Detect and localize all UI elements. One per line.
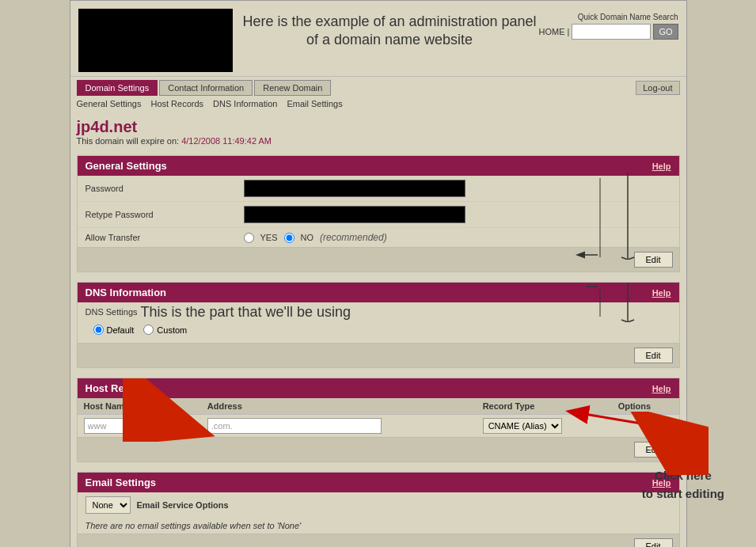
expiry-date-link[interactable]: 4/12/2008 11:49:42 AM [181,136,272,146]
host-name-input[interactable] [84,418,155,434]
general-settings-body: Password Retype Password Allow Transfer … [78,176,679,247]
transfer-options: YES NO (recommended) [244,232,387,243]
email-settings-section: Email Settings Help None Email Service O… [77,472,680,547]
domain-info: jp4d.net This domain will expire on: 4/1… [70,112,686,155]
home-link[interactable]: HOME [539,27,565,36]
email-options-label: Email Service Options [137,500,229,510]
retype-label: Retype Password [85,210,244,219]
logo [78,9,233,72]
nav-tabs-left: Domain Settings Contact Information Rene… [77,80,332,96]
email-settings-body: None Email Service Options There are no … [78,492,679,534]
host-records-title: Host Records [85,382,153,394]
header-right: Quick Domain Name Search HOME | GO [539,9,678,40]
address-input[interactable] [207,418,382,434]
transfer-no-label: NO [301,233,314,242]
dns-default-label: Default [107,325,135,335]
transfer-no-radio[interactable] [284,233,294,243]
host-records-section: Host Records Help Host Name Address Reco… [77,378,680,462]
address-cell [201,415,477,438]
tab-contact-information[interactable]: Contact Information [159,80,253,96]
email-settings-edit-button[interactable]: Edit [634,538,673,547]
quick-search-row: HOME | GO [539,24,678,40]
dns-default-option: Default [93,325,135,335]
tab-domain-settings[interactable]: Domain Settings [77,80,158,96]
general-settings-section: General Settings Help Password Retype Pa… [77,155,680,272]
domain-name: jp4d.net [77,118,680,136]
header: Here is the example of an administration… [70,1,686,76]
dns-body: DNS Settings This is the part that we'll… [78,302,679,343]
domain-expiry: This domain will expire on: 4/12/2008 11… [77,136,680,146]
email-settings-footer: Edit [78,534,679,547]
dns-information-section: DNS Information Help DNS Settings This i… [77,282,680,368]
dns-options: Default Custom [85,321,671,339]
retype-password-field [244,206,465,223]
allow-transfer-row: Allow Transfer YES NO (recommended) [78,228,679,247]
header-title: Here is the example of an administration… [241,13,539,50]
allow-transfer-label: Allow Transfer [85,233,244,242]
nav-tabs: Domain Settings Contact Information Rene… [70,76,686,96]
dns-title: DNS Information [85,287,167,298]
email-settings-header: Email Settings Help [78,473,679,492]
general-settings-help[interactable]: Help [652,161,671,171]
email-note: There are no email settings available wh… [78,518,679,534]
host-name-cell [78,415,201,438]
general-settings-edit-button[interactable]: Edit [634,252,673,268]
transfer-yes-label: YES [260,233,278,242]
dns-settings-label: DNS Settings [85,307,138,317]
col-address: Address [201,398,477,415]
dns-default-radio[interactable] [93,325,104,335]
sub-nav-host-records[interactable]: Host Records [150,99,203,108]
options-cell [612,415,679,438]
col-record-type: Record Type [477,398,612,415]
email-service-select[interactable]: None [85,496,131,514]
dns-edit-button[interactable]: Edit [634,348,673,363]
dns-help[interactable]: Help [652,288,671,298]
go-button[interactable]: GO [653,24,678,40]
record-type-cell: CNAME (Alias) [477,415,612,438]
search-input[interactable] [572,24,651,40]
table-row: CNAME (Alias) [78,415,679,438]
click-here-callout: Click here to start editing [642,467,724,503]
logout-link[interactable]: Log-out [636,81,679,95]
password-label: Password [85,184,244,193]
header-text: Here is the example of an administration… [233,9,539,50]
dns-custom-radio[interactable] [143,325,154,335]
dns-footer: Edit [78,343,679,367]
record-type-select[interactable]: CNAME (Alias) [483,418,562,434]
dns-custom-option: Custom [143,325,187,335]
general-settings-header: General Settings Help [78,156,679,176]
dns-settings-row: DNS Settings This is the part that we'll… [78,302,679,343]
email-select-row: None Email Service Options [78,492,679,518]
col-host-name: Host Name [78,398,201,415]
host-records-body: Host Name Address Record Type Options [78,398,679,437]
transfer-note: (recommended) [320,232,387,243]
host-records-help[interactable]: Help [652,384,671,393]
sub-nav-dns-info[interactable]: DNS Information [213,99,277,108]
retype-password-row: Retype Password [78,202,679,228]
general-settings-footer: Edit [78,247,679,272]
host-records-edit-button[interactable]: Edit [634,442,673,458]
dns-annotation: This is the part that we'll be using [141,304,351,321]
host-records-header: Host Records Help [78,378,679,398]
general-settings-title: General Settings [85,160,167,172]
sub-nav: General Settings Host Records DNS Inform… [70,96,686,112]
sub-nav-general[interactable]: General Settings [77,99,142,108]
sub-nav-email-settings[interactable]: Email Settings [287,99,342,108]
dns-header: DNS Information Help [78,283,679,302]
quick-search-label: Quick Domain Name Search [578,13,678,21]
password-field [244,180,465,197]
col-options: Options [612,398,679,415]
host-records-table: Host Name Address Record Type Options [78,398,679,437]
email-settings-title: Email Settings [85,477,157,488]
host-records-footer: Edit [78,437,679,462]
dns-custom-label: Custom [157,325,187,335]
tab-renew-domain[interactable]: Renew Domain [254,80,331,96]
transfer-yes-radio[interactable] [244,233,254,243]
password-row: Password [78,176,679,202]
